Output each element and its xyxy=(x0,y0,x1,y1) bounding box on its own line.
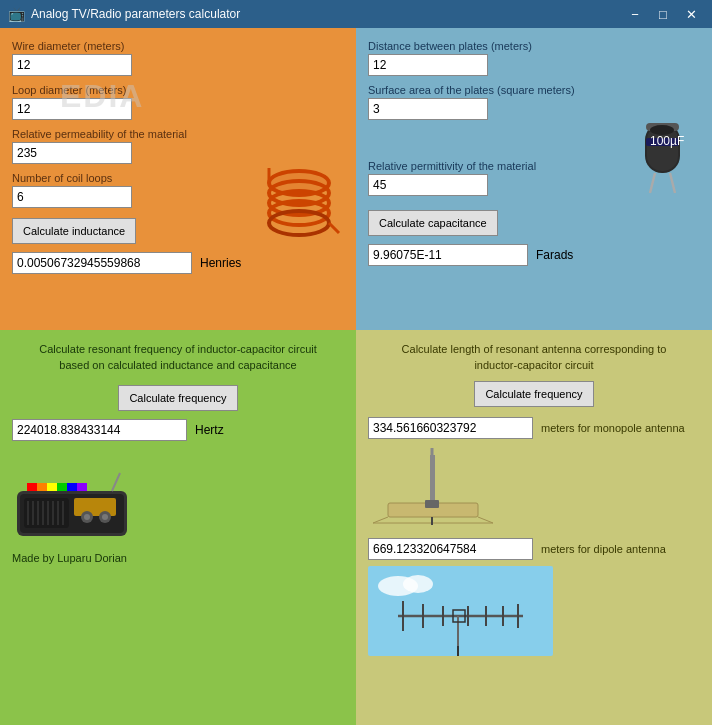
svg-line-6 xyxy=(329,223,339,233)
svg-rect-44 xyxy=(430,455,435,503)
inductance-result-row: 0.00506732945559868 Henries xyxy=(12,252,344,274)
rel-permeability-input[interactable]: 235 xyxy=(12,142,132,164)
inductance-result-input[interactable]: 0.00506732945559868 xyxy=(12,252,192,274)
capacitance-panel: 100µF Distance between plates (meters) 1… xyxy=(356,28,712,330)
capacitance-result-input[interactable]: 9.96075E-11 xyxy=(368,244,528,266)
close-button[interactable]: ✕ xyxy=(678,4,704,24)
svg-rect-29 xyxy=(37,483,47,491)
svg-point-50 xyxy=(403,575,433,593)
svg-point-36 xyxy=(84,514,90,520)
svg-line-41 xyxy=(373,517,388,523)
frequency-result-row: 224018.838433144 Hertz xyxy=(12,419,344,441)
dipole-result-input[interactable]: 669.123320647584 xyxy=(368,538,533,560)
svg-rect-33 xyxy=(77,483,87,491)
svg-point-37 xyxy=(102,514,108,520)
capacitor-image: 100µF xyxy=(630,118,695,198)
coil-image-container xyxy=(244,148,344,248)
titlebar: 📺 Analog TV/Radio parameters calculator … xyxy=(0,0,712,28)
dist-plates-label: Distance between plates (meters) xyxy=(368,40,700,52)
calculate-inductance-button[interactable]: Calculate inductance xyxy=(12,218,136,244)
monopole-field: 334.561660323792 meters for monopole ant… xyxy=(368,417,700,528)
svg-text:100µF: 100µF xyxy=(650,134,684,148)
radio-image-container xyxy=(12,471,344,544)
svg-point-7 xyxy=(269,171,329,195)
calculate-antenna-frequency-button[interactable]: Calculate frequency xyxy=(474,381,593,407)
wire-diameter-label: Wire diameter (meters) xyxy=(12,40,344,52)
loop-diameter-input[interactable]: 12 xyxy=(12,98,132,120)
wire-diameter-group: Wire diameter (meters) 12 xyxy=(12,40,344,76)
antenna-panel: Calculate length of resonant antenna cor… xyxy=(356,330,712,725)
titlebar-left: 📺 Analog TV/Radio parameters calculator xyxy=(8,6,240,22)
svg-rect-30 xyxy=(47,483,57,491)
antenna-calc-btn-container: Calculate frequency xyxy=(368,381,700,407)
svg-rect-46 xyxy=(425,500,439,508)
monopole-image-container xyxy=(368,445,700,528)
rel-permeability-label: Relative permeability of the material xyxy=(12,128,344,140)
titlebar-title: Analog TV/Radio parameters calculator xyxy=(31,7,240,21)
surface-area-group: Surface area of the plates (square meter… xyxy=(368,84,700,120)
dipole-result-row: 669.123320647584 meters for dipole anten… xyxy=(368,538,700,560)
svg-rect-31 xyxy=(57,483,67,491)
dist-plates-input[interactable]: 12 xyxy=(368,54,488,76)
surface-area-input[interactable]: 3 xyxy=(368,98,488,120)
frequency-panel: Calculate resonant frequency of inductor… xyxy=(0,330,356,725)
svg-rect-28 xyxy=(27,483,37,491)
coil-loops-input[interactable]: 6 xyxy=(12,186,132,208)
inductance-panel: EDIA Wire diameter (meters) 12 Loop diam… xyxy=(0,28,356,330)
surface-area-label: Surface area of the plates (square meter… xyxy=(368,84,700,96)
svg-line-38 xyxy=(112,473,120,491)
main-content: EDIA Wire diameter (meters) 12 Loop diam… xyxy=(0,28,712,725)
monopole-result-row: 334.561660323792 meters for monopole ant… xyxy=(368,417,700,439)
radio-image xyxy=(12,471,132,541)
dipole-label: meters for dipole antenna xyxy=(541,543,666,555)
minimize-button[interactable]: − xyxy=(622,4,648,24)
monopole-label: meters for monopole antenna xyxy=(541,422,685,434)
titlebar-controls: − □ ✕ xyxy=(622,4,704,24)
capacitance-result-row: 9.96075E-11 Farads xyxy=(368,244,700,266)
frequency-result-input[interactable]: 224018.838433144 xyxy=(12,419,187,441)
frequency-description: Calculate resonant frequency of inductor… xyxy=(12,342,344,373)
monopole-image xyxy=(368,445,498,525)
app-icon: 📺 xyxy=(8,6,25,22)
dipole-image xyxy=(368,566,553,656)
dipole-image-container xyxy=(368,566,700,659)
loop-diameter-group: Loop diameter (meters) 12 xyxy=(12,84,344,120)
svg-line-42 xyxy=(478,517,493,523)
svg-rect-18 xyxy=(24,498,69,528)
svg-rect-32 xyxy=(67,483,77,491)
calculate-capacitance-button[interactable]: Calculate capacitance xyxy=(368,210,498,236)
dist-plates-group: Distance between plates (meters) 12 xyxy=(368,40,700,76)
inductance-unit: Henries xyxy=(200,256,241,270)
capacitance-unit: Farads xyxy=(536,248,573,262)
rel-permittivity-input[interactable]: 45 xyxy=(368,174,488,196)
capacitor-image-container: 100µF xyxy=(630,118,700,198)
calculate-frequency-button[interactable]: Calculate frequency xyxy=(118,385,237,411)
loop-diameter-label: Loop diameter (meters) xyxy=(12,84,344,96)
svg-line-13 xyxy=(670,173,675,193)
footer-text: Made by Luparu Dorian xyxy=(12,552,344,564)
maximize-button[interactable]: □ xyxy=(650,4,676,24)
frequency-unit: Hertz xyxy=(195,423,224,437)
wire-diameter-input[interactable]: 12 xyxy=(12,54,132,76)
coil-image xyxy=(244,148,354,248)
monopole-result-input[interactable]: 334.561660323792 xyxy=(368,417,533,439)
dipole-field: 669.123320647584 meters for dipole anten… xyxy=(368,538,700,659)
antenna-title: Calculate length of resonant antenna cor… xyxy=(368,342,700,373)
svg-line-12 xyxy=(650,173,655,193)
